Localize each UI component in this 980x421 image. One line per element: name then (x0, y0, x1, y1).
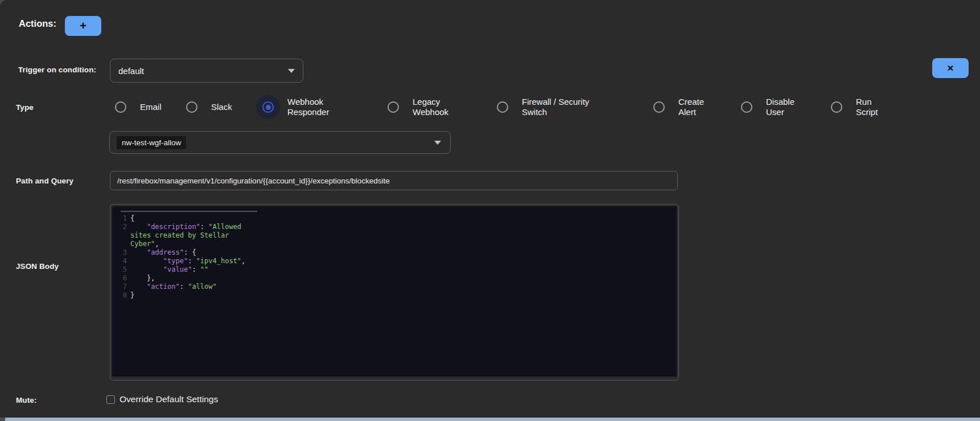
json-body-label: JSON Body (16, 262, 59, 271)
add-action-button[interactable]: + (65, 16, 101, 36)
trigger-condition-select[interactable]: default (110, 59, 303, 83)
code-line: sites created by Stellar (118, 231, 245, 240)
radio-icon (831, 101, 842, 113)
code-line: 1{ (118, 214, 245, 223)
radio-icon (388, 101, 399, 113)
code-line: 3 "address": { (118, 248, 245, 257)
trigger-condition-label: Trigger on condition: (18, 66, 96, 74)
code-line: 4 "type": "ipv4_host", (118, 257, 245, 265)
type-option-label: Run Script (856, 97, 884, 117)
type-option-label: Disable User (766, 97, 802, 117)
mute-label: Mute: (16, 396, 37, 404)
type-option-slack[interactable]: Slack (186, 95, 232, 119)
radio-icon (115, 101, 126, 113)
type-option-label: Webhook Responder (287, 97, 340, 117)
actions-title: Actions: (19, 18, 56, 29)
type-option-legacy-webhook[interactable]: Legacy Webhook (388, 95, 456, 119)
code-line: 5 "value": "" (118, 265, 245, 274)
override-default-settings-option[interactable]: Override Default Settings (106, 394, 218, 404)
type-option-disable-user[interactable]: Disable User (741, 95, 802, 119)
type-option-run-script[interactable]: Run Script (831, 95, 884, 119)
json-body-editor-surface: 1{2 "description": "Allowedsites created… (112, 206, 677, 377)
radio-icon (741, 101, 752, 113)
action-config-panel: Actions: + Trigger on condition: default… (0, 0, 980, 418)
radio-icon (186, 101, 197, 113)
type-label: Type (16, 103, 34, 112)
webhook-responder-chip: nw-test-wgf-allow (117, 136, 186, 149)
type-option-email[interactable]: Email (115, 95, 162, 119)
json-body-editor[interactable]: 1{2 "description": "Allowedsites created… (110, 204, 679, 381)
override-default-settings-label: Override Default Settings (120, 394, 218, 404)
type-option-label: Firewall / Security Switch (522, 97, 603, 117)
type-option-create-alert[interactable]: Create Alert (653, 95, 713, 119)
chevron-down-icon (434, 141, 441, 145)
type-option-label: Email (140, 102, 162, 112)
plus-icon: + (80, 19, 87, 32)
type-option-label: Create Alert (678, 97, 713, 117)
radio-icon (497, 101, 508, 113)
code-line: 2 "description": "Allowed (118, 223, 245, 231)
type-option-label: Legacy Webhook (413, 97, 456, 117)
webhook-responder-select[interactable]: nw-test-wgf-allow (109, 131, 451, 154)
path-and-query-label: Path and Query (16, 177, 73, 185)
code-line: 7 "action": "allow" (118, 283, 245, 291)
type-option-webhook-responder[interactable]: Webhook Responder (256, 95, 340, 119)
json-body-code: 1{2 "description": "Allowedsites created… (118, 214, 245, 300)
close-icon: ✕ (947, 63, 954, 73)
trigger-condition-value: default (118, 66, 288, 76)
path-and-query-input[interactable] (110, 171, 678, 190)
checkbox-icon[interactable] (106, 395, 115, 404)
radio-selected-icon (256, 95, 280, 119)
chevron-down-icon (288, 69, 295, 73)
bottom-panel-edge (5, 418, 980, 421)
remove-action-button[interactable]: ✕ (932, 58, 969, 78)
type-option-firewall-security-switch[interactable]: Firewall / Security Switch (497, 95, 603, 119)
type-option-label: Slack (211, 102, 232, 112)
editor-scrollbar-rule (121, 211, 257, 212)
code-line: 6 }, (118, 274, 245, 283)
radio-icon (653, 101, 665, 113)
code-line: 8} (118, 291, 245, 300)
code-line: Cyber", (118, 240, 245, 248)
